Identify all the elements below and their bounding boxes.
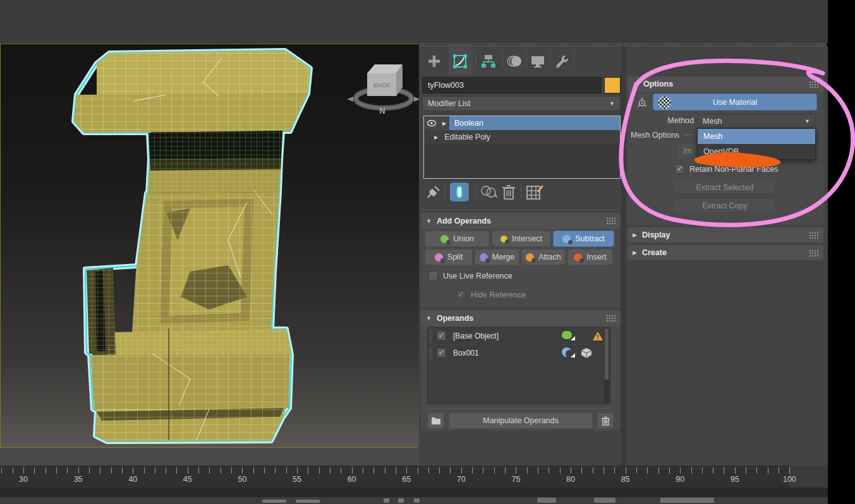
timeline-tick <box>505 467 506 474</box>
method-dropdown-popup[interactable]: Mesh OpenVDB <box>697 128 816 160</box>
timeline-tick <box>768 467 768 474</box>
operand-enabled-checkbox[interactable]: ✓ <box>437 331 446 340</box>
stack-row-gutter: ▶ <box>424 116 449 130</box>
insert-button[interactable]: Insert <box>567 249 613 265</box>
timeline-tick <box>614 467 615 474</box>
timeline-tick <box>221 467 221 474</box>
tab-motion[interactable] <box>506 53 523 69</box>
timeline-tick <box>713 467 713 474</box>
intersect-label: Intersect <box>512 234 542 243</box>
timeline-ruler[interactable]: 3035404550556065707580859095100 <box>0 465 828 488</box>
union-button[interactable]: Union <box>425 231 490 247</box>
checkered-material-icon <box>658 96 671 109</box>
utilities-wrench-icon <box>554 54 569 69</box>
tab-hierarchy[interactable] <box>480 53 497 69</box>
subtract-icon <box>562 235 571 243</box>
make-unique-icon[interactable] <box>480 184 499 200</box>
timeline-tick <box>23 467 24 474</box>
method-value: Mesh <box>703 117 722 126</box>
timeline-tick <box>319 467 320 474</box>
popup-item-mesh[interactable]: Mesh <box>698 129 815 144</box>
retain-non-planar-label: Retain Non-Planar Faces <box>689 165 778 174</box>
warning-icon <box>592 331 603 341</box>
use-live-reference-checkbox[interactable] <box>428 271 438 280</box>
material-mode-button[interactable] <box>633 93 650 111</box>
pin-stack-icon[interactable] <box>426 184 441 200</box>
visibility-eye-icon[interactable] <box>427 120 436 126</box>
tab-separator <box>502 51 503 68</box>
list-resize-splitter[interactable] <box>427 408 610 409</box>
folder-icon <box>431 416 441 425</box>
create-rollout-header[interactable]: ▶ Create <box>628 245 823 260</box>
display-rollout-header[interactable]: ▶ Display <box>628 227 823 243</box>
rollout-grip-dots[interactable] <box>809 232 818 239</box>
hide-reference-checkbox[interactable]: ✓ <box>456 290 466 299</box>
stack-row-boolean[interactable]: ▶ Boolean <box>424 116 620 130</box>
expand-arrow-icon[interactable]: ▶ <box>442 121 446 126</box>
toolbar-separator <box>445 184 446 198</box>
rollout-grip-dots[interactable] <box>809 81 818 88</box>
row-drag-handle[interactable] <box>429 347 432 360</box>
timeline-tick <box>636 467 637 474</box>
options-header[interactable]: ▼ Options <box>628 76 823 92</box>
tab-create[interactable] <box>426 53 442 69</box>
operands-header[interactable]: ▼ Operands <box>421 310 621 326</box>
split-label: Split <box>447 253 463 261</box>
viewport[interactable]: BACK N <box>0 44 418 448</box>
operand-row-box001[interactable]: ✓ Box001 <box>428 345 610 362</box>
rollout-title: Display <box>642 231 670 239</box>
box-mesh-icon[interactable] <box>581 347 592 359</box>
timeline-tick <box>538 467 538 474</box>
extract-selected-button[interactable]: Extract Selected <box>674 180 776 195</box>
delete-operand-button[interactable] <box>597 412 614 429</box>
panel-splitter[interactable] <box>422 209 619 210</box>
track-bar[interactable] <box>0 488 828 497</box>
imprint-button-partial[interactable]: Im <box>678 143 697 158</box>
intersect-button[interactable]: Intersect <box>492 231 551 247</box>
timeline-tick <box>560 467 561 474</box>
expand-arrow-icon[interactable]: ▶ <box>434 135 438 140</box>
operand-list[interactable]: ✓ [Base Object] ✓ Box001 <box>427 327 610 404</box>
tab-utilities[interactable] <box>554 53 570 69</box>
union-label: Union <box>453 234 474 243</box>
stack-row-editable-poly[interactable]: ▶ Editable Poly <box>424 130 620 144</box>
use-material-button[interactable]: Use Material <box>653 93 817 111</box>
split-button[interactable]: Split <box>425 249 473 265</box>
row-drag-handle[interactable] <box>429 330 432 343</box>
configure-modifier-sets-icon[interactable] <box>526 184 543 200</box>
type-flyout-arrow <box>571 353 575 357</box>
tab-display[interactable] <box>530 53 546 69</box>
remove-modifier-trash-icon[interactable] <box>502 184 516 200</box>
scrollbar-thumb[interactable] <box>605 329 609 380</box>
operand-enabled-checkbox[interactable]: ✓ <box>437 348 446 357</box>
retain-non-planar-checkbox[interactable]: ✓ <box>675 164 684 174</box>
rollout-title: Create <box>642 248 667 257</box>
popup-item-label: Mesh <box>703 132 723 141</box>
object-name-field[interactable] <box>422 77 602 93</box>
attach-button[interactable]: Attach <box>521 249 566 265</box>
show-end-result-toggle[interactable] <box>450 183 469 201</box>
rollout-grip-dots[interactable] <box>606 217 615 224</box>
extract-copy-button[interactable]: Extract Copy <box>674 198 776 213</box>
merge-button[interactable]: Merge <box>475 249 519 265</box>
tab-modify[interactable] <box>452 53 468 69</box>
method-dropdown[interactable]: Mesh ▼ <box>697 114 816 128</box>
rollout-closed-arrow-icon: ▶ <box>633 232 637 238</box>
timeline-tick <box>89 467 90 474</box>
subtract-button[interactable]: Subtract <box>553 231 614 247</box>
rollout-grip-dots[interactable] <box>809 249 818 256</box>
add-operands-header[interactable]: ▼ Add Operands <box>421 213 621 229</box>
popup-item-openvdb[interactable]: OpenVDB <box>698 144 815 159</box>
modifier-stack[interactable]: ▶ Boolean ▶ Editable Poly <box>423 116 621 179</box>
rollout-grip-dots[interactable] <box>606 315 615 321</box>
object-color-swatch[interactable] <box>604 77 621 93</box>
operand-row-base-object[interactable]: ✓ [Base Object] <box>428 328 610 345</box>
imprint-partial-label: Im <box>683 147 691 155</box>
manipulate-operands-button[interactable]: Manipulate Operands <box>449 412 593 429</box>
open-file-button[interactable] <box>427 412 444 429</box>
timeline-frame-label: 50 <box>229 475 255 484</box>
rollout-title: Operands <box>437 314 473 323</box>
operand-list-scrollbar[interactable] <box>604 328 609 403</box>
modifier-list-dropdown[interactable]: Modifier List ▼ <box>422 96 621 111</box>
group-line <box>684 135 696 135</box>
